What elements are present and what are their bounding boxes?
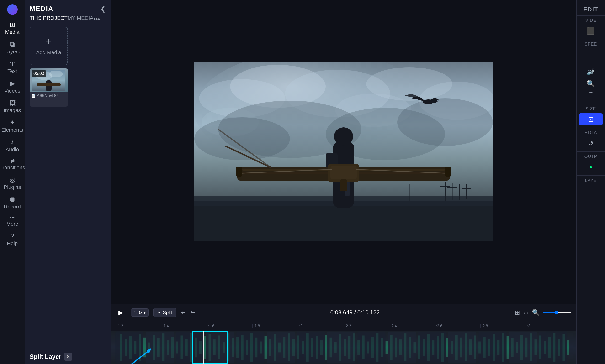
- sidebar-item-label: Record: [4, 204, 21, 210]
- collapse-panel-button[interactable]: ❮: [100, 5, 106, 13]
- fit-timeline-button[interactable]: ⊞: [515, 309, 520, 316]
- tab-my-media[interactable]: MY MEDIA: [67, 15, 93, 23]
- add-media-label: Add Media: [36, 49, 61, 56]
- more-icon: •••: [10, 216, 14, 220]
- svg-rect-155: [388, 332, 416, 363]
- current-time: 0:08.649: [330, 309, 352, 316]
- sidebar-item-help[interactable]: ? Help: [0, 230, 25, 249]
- zoom-slider[interactable]: [543, 311, 572, 314]
- svg-rect-156: [418, 332, 446, 363]
- size-active-button[interactable]: ⊡: [579, 113, 603, 125]
- sidebar-item-text[interactable]: T Text: [0, 57, 25, 77]
- svg-point-30: [334, 127, 353, 145]
- video-preview: [111, 0, 576, 304]
- ruler-mark: :2: [298, 324, 344, 328]
- ruler-marks: :1.2 :1.4 :1.6 :1.8 :2 :2.2 :2.4 :2.6 :2…: [116, 324, 572, 328]
- rotation-button[interactable]: ↺: [579, 137, 603, 149]
- sidebar-item-label: Text: [7, 68, 17, 74]
- right-rotation-label: ROTA: [579, 130, 603, 135]
- svg-rect-151: [267, 332, 295, 363]
- app-logo: [5, 2, 20, 17]
- speed-settings-button[interactable]: —: [579, 49, 603, 61]
- transitions-icon: ⇄: [10, 158, 14, 164]
- video-settings-button[interactable]: ⬛: [579, 25, 603, 37]
- svg-rect-160: [539, 332, 567, 363]
- svg-rect-38: [330, 166, 357, 179]
- timeline-track[interactable]: [111, 331, 576, 364]
- timeline-area: :1.2 :1.4 :1.6 :1.8 :2 :2.2 :2.4 :2.6 :2…: [111, 321, 576, 364]
- thumbnail-name: 📄 A69NnyDG: [30, 92, 68, 99]
- help-icon: ?: [11, 233, 14, 239]
- add-media-button[interactable]: + Add Media: [30, 27, 68, 65]
- right-output-section: OUTP ●: [577, 152, 605, 175]
- audio-icon: ♪: [11, 139, 14, 145]
- ruler-mark: :1.8: [252, 324, 298, 328]
- play-button[interactable]: ▶: [116, 307, 126, 318]
- sidebar-item-audio[interactable]: ♪ Audio: [0, 135, 25, 155]
- right-volume-section: 🔊 🔍 ⌒: [577, 63, 605, 104]
- sidebar-item-label: More: [6, 221, 18, 227]
- svg-rect-148: [176, 332, 204, 363]
- images-icon: 🖼: [9, 100, 16, 106]
- speed-value: 1.0x: [134, 310, 143, 315]
- redo-button[interactable]: ↪: [190, 309, 195, 316]
- media-grid: + Add Media: [25, 27, 110, 107]
- crop-button[interactable]: ⌒: [579, 90, 603, 101]
- left-sidebar: ⊞ Media ⧉ Layers T Text ▶ Videos 🖼 Image…: [0, 0, 25, 364]
- split-layer-label: Split Layer: [30, 353, 61, 360]
- add-plus-icon: +: [46, 37, 52, 47]
- sidebar-item-layers[interactable]: ⧉ Layers: [0, 38, 25, 57]
- search-zoom-button[interactable]: 🔍: [579, 78, 603, 90]
- video-frame: [194, 63, 493, 241]
- thumbnail-duration: 05:00: [31, 70, 46, 77]
- timeline-controls: ▶ 1.0x ▾ ✂ Split ↩ ↪ 0:08.649 / 0:10.122…: [111, 304, 576, 321]
- media-thumbnail[interactable]: 05:00 📄 A69NnyDG: [30, 68, 68, 107]
- split-button[interactable]: ✂ Split: [153, 308, 176, 317]
- sidebar-item-label: Help: [7, 240, 18, 247]
- sidebar-item-plugins[interactable]: ◎ Plugins: [0, 173, 25, 193]
- total-time: 0:10.122: [357, 309, 380, 316]
- sidebar-item-label: Images: [4, 107, 21, 114]
- volume-button[interactable]: 🔊: [579, 65, 603, 78]
- sidebar-item-videos[interactable]: ▶ Videos: [0, 77, 25, 96]
- output-button[interactable]: ●: [579, 161, 603, 173]
- time-display: 0:08.649 / 0:10.122: [200, 309, 510, 316]
- media-panel: MEDIA ❮ THIS PROJECT MY MEDIA ••• + Add …: [25, 0, 111, 364]
- record-icon: ⏺: [9, 196, 16, 203]
- svg-rect-132: [507, 336, 509, 359]
- media-panel-title: MEDIA: [30, 5, 54, 13]
- svg-rect-150: [237, 332, 265, 363]
- layers-icon: ⧉: [10, 41, 15, 48]
- media-panel-header: MEDIA ❮: [25, 0, 110, 15]
- ruler-mark: :2.4: [389, 324, 435, 328]
- zoom-button[interactable]: 🔍: [532, 309, 539, 316]
- svg-rect-153: [327, 332, 355, 363]
- waveform-svg: [111, 331, 576, 364]
- svg-rect-4: [37, 83, 61, 86]
- svg-rect-159: [509, 332, 537, 363]
- split-label: Split: [163, 310, 172, 315]
- sidebar-item-label: Plugins: [4, 184, 21, 190]
- text-icon: T: [10, 61, 14, 67]
- sidebar-item-elements[interactable]: ✦ Elements: [0, 116, 25, 135]
- sidebar-item-media[interactable]: ⊞ Media: [0, 18, 25, 38]
- undo-button[interactable]: ↩: [181, 309, 186, 316]
- tab-this-project[interactable]: THIS PROJECT: [30, 15, 67, 23]
- sidebar-item-transitions[interactable]: ⇄ Transitions: [0, 155, 25, 173]
- sidebar-item-label: Audio: [5, 146, 19, 153]
- svg-rect-157: [448, 332, 476, 363]
- speed-selector[interactable]: 1.0x ▾: [131, 308, 148, 316]
- file-icon: 📄: [31, 93, 36, 98]
- media-more-options[interactable]: •••: [93, 15, 106, 23]
- sidebar-item-record[interactable]: ⏺ Record: [0, 193, 25, 212]
- right-output-label: OUTP: [579, 154, 603, 159]
- ruler-mark: :2.8: [480, 324, 526, 328]
- sidebar-item-more[interactable]: ••• More: [0, 212, 25, 230]
- ruler-mark: :1.6: [207, 324, 252, 328]
- right-video-section: VIDE ⬛: [577, 15, 605, 39]
- svg-rect-42: [236, 167, 242, 177]
- split-view-button[interactable]: ⇔: [523, 309, 529, 316]
- sidebar-item-images[interactable]: 🖼 Images: [0, 96, 25, 116]
- svg-rect-80: [265, 336, 267, 359]
- scissors-icon: ✂: [157, 310, 161, 315]
